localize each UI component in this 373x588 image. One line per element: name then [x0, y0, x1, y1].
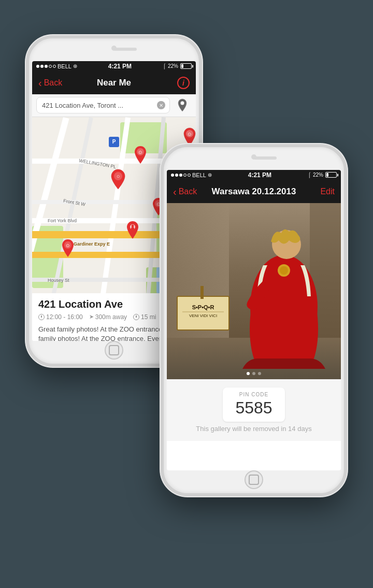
- map-label-housey: Housey St: [48, 278, 69, 283]
- back-arrow-icon-1: ‹: [38, 78, 42, 88]
- map-pin-user: [125, 221, 140, 241]
- signal-dot-2-3: [179, 174, 182, 177]
- svg-point-17: [280, 266, 288, 275]
- bluetooth-icon-1: ⌠: [163, 63, 166, 69]
- signal-dot-3: [45, 65, 48, 68]
- search-bar-1: 421 Location Ave, Toront ... ✕: [32, 94, 196, 117]
- status-left-1: BELL ⊛: [36, 63, 77, 69]
- signal-dot-4: [49, 65, 52, 68]
- battery-bar-1: [180, 63, 192, 69]
- svg-text:⊙: ⊙: [66, 243, 70, 248]
- status-bar-1: BELL ⊛ 4:21 PM ⌠ 22%: [32, 61, 196, 71]
- photo-image: S•P•Q•R VENI VIDI VICI: [167, 203, 341, 379]
- clock-icon-2: [133, 314, 139, 320]
- phone-warsaw-screen: BELL ⊛ 4:21 PM ⌠ 22% ‹ Back Wars: [167, 170, 341, 470]
- nav-bar-2: ‹ Back Warsawa 20.12.2013 Edit: [167, 180, 341, 203]
- direction-icon: ➤: [89, 313, 94, 320]
- status-left-2: BELL ⊛: [171, 172, 212, 178]
- info-icon-1: i: [182, 79, 184, 87]
- map-pin-main[interactable]: ○: [110, 169, 126, 192]
- pin-description: This gallery will be removed in 14 days: [196, 425, 311, 433]
- home-button-1[interactable]: [105, 341, 123, 360]
- time-2: 4:21 PM: [248, 171, 271, 179]
- photo-dot-3: [258, 372, 261, 375]
- svg-text:S•P•Q•R: S•P•Q•R: [192, 304, 214, 310]
- svg-text:⊙: ⊙: [138, 150, 142, 155]
- svg-text:⊙: ⊙: [156, 202, 161, 207]
- battery-pct-1: 22%: [168, 63, 178, 69]
- photo-dot-2: [252, 372, 255, 375]
- search-box-1[interactable]: 421 Location Ave, Toront ... ✕: [36, 97, 170, 113]
- svg-point-8: [132, 224, 134, 227]
- status-bar-2: BELL ⊛ 4:21 PM ⌠ 22%: [167, 170, 341, 180]
- signal-dot-2: [40, 65, 44, 68]
- signal-dot-2-1: [171, 174, 174, 177]
- duration-text: 15 mi: [141, 313, 156, 321]
- signal-dot-2-4: [183, 174, 187, 177]
- spqr-sign: S•P•Q•R VENI VIDI VICI: [175, 286, 237, 340]
- pin-label: PIN CODE: [235, 392, 272, 397]
- pin-box: PIN CODE 5585: [223, 388, 284, 422]
- search-wrap-1: 421 Location Ave, Toront ... ✕: [36, 97, 170, 113]
- photo-dot-1: [247, 372, 250, 375]
- signal-dots-1: [36, 65, 56, 68]
- home-button-2[interactable]: [245, 470, 263, 489]
- battery-fill-2: [326, 173, 328, 177]
- gas-station-icon: P: [109, 137, 119, 147]
- edit-button[interactable]: Edit: [320, 187, 335, 196]
- location-pin-button-1[interactable]: [173, 96, 192, 114]
- info-button-1[interactable]: i: [177, 77, 190, 89]
- nav-right-1: i: [177, 77, 190, 89]
- svg-rect-19: [200, 286, 204, 299]
- nav-title-1: Near Me: [97, 78, 131, 88]
- signal-dot-1: [36, 65, 39, 68]
- battery-fill-1: [181, 64, 183, 68]
- roman-soldier-svg: [232, 213, 336, 374]
- battery-bar-2: [325, 172, 337, 178]
- phone-warsaw: BELL ⊛ 4:21 PM ⌠ 22% ‹ Back Wars: [161, 144, 347, 496]
- time-1: 4:21 PM: [108, 63, 132, 70]
- nav-title-2: Warsawa 20.12.2013: [212, 187, 296, 197]
- pin-code: 5585: [235, 398, 272, 418]
- nav-right-2: Edit: [320, 187, 335, 196]
- photo-dots: [247, 372, 261, 375]
- back-button-2[interactable]: ‹ Back: [173, 187, 197, 197]
- svg-text:VENI VIDI VICI: VENI VIDI VICI: [189, 313, 217, 318]
- location-pin-icon-1: [177, 98, 188, 112]
- photo-area: S•P•Q•R VENI VIDI VICI: [167, 203, 341, 379]
- carrier-2: BELL: [192, 172, 206, 178]
- map-label-gardiner: Gardiner Expy E: [74, 241, 110, 247]
- battery-pct-2: 22%: [313, 172, 323, 178]
- back-button-1[interactable]: ‹ Back: [38, 78, 62, 88]
- nav-bar-1: ‹ Back Near Me i: [32, 71, 196, 94]
- status-right-2: ⌠ 22%: [308, 172, 337, 178]
- svg-text:⊙: ⊙: [188, 132, 192, 137]
- search-clear-1[interactable]: ✕: [157, 101, 165, 109]
- distance-text: 300m away: [95, 313, 127, 321]
- bluetooth-icon-2: ⌠: [308, 172, 311, 178]
- back-arrow-icon-2: ‹: [173, 187, 177, 197]
- svg-point-0: [181, 102, 184, 105]
- signal-dot-2-5: [188, 174, 191, 177]
- signal-dots-2: [171, 174, 191, 177]
- search-text-1: 421 Location Ave, Toront ...: [42, 102, 123, 109]
- svg-point-9: [131, 227, 134, 230]
- map-label-fort: Fort York Blvd: [48, 218, 77, 223]
- wifi-icon-2: ⊛: [208, 172, 212, 178]
- map-pin-2[interactable]: ⊙: [133, 146, 148, 166]
- map-pin-camera1[interactable]: ⊙: [61, 239, 75, 260]
- meta-distance: ➤ 300m away: [89, 313, 127, 321]
- clock-icon: [38, 314, 45, 320]
- carrier-1: BELL: [58, 63, 71, 69]
- signal-dot-5: [53, 65, 56, 68]
- phones-container: BELL ⊛ 4:21 PM ⌠ 22% ‹ Back Near: [10, 15, 363, 574]
- wifi-icon-1: ⊛: [73, 63, 77, 69]
- pin-area: PIN CODE 5585 This gallery will be remov…: [167, 379, 341, 441]
- time-range: 12:00 - 16:00: [46, 313, 83, 321]
- status-right-1: ⌠ 22%: [163, 63, 192, 69]
- meta-time: 12:00 - 16:00: [38, 313, 83, 321]
- svg-text:○: ○: [117, 173, 120, 179]
- back-label-2: Back: [179, 187, 197, 196]
- meta-duration: 15 mi: [133, 313, 156, 321]
- back-label-1: Back: [44, 78, 63, 88]
